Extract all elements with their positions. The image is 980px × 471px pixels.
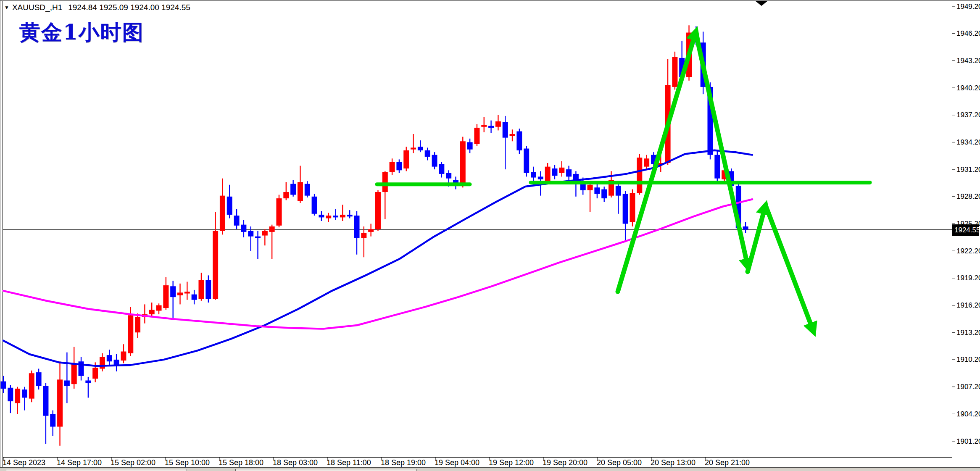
candle-body[interactable] <box>305 184 310 196</box>
candle-body[interactable] <box>29 373 34 398</box>
candle-body[interactable] <box>276 198 282 226</box>
candle-body[interactable] <box>439 164 444 174</box>
candle-body[interactable] <box>290 184 296 195</box>
candle-body[interactable] <box>467 142 473 149</box>
candle-body[interactable] <box>616 186 621 196</box>
symbol-period-label: XAUUSD_,H1 <box>12 3 62 12</box>
candle-body[interactable] <box>347 215 353 216</box>
candle-body[interactable] <box>566 169 572 176</box>
candle-body[interactable] <box>488 126 494 128</box>
candle-body[interactable] <box>714 155 720 179</box>
candle-body[interactable] <box>128 315 133 353</box>
chart-canvas[interactable]: 1949.201946.201943.201940.201937.201934.… <box>0 0 980 471</box>
candle-body[interactable] <box>333 216 338 217</box>
candle-body[interactable] <box>594 187 600 194</box>
candle-body[interactable] <box>396 162 402 170</box>
candle-body[interactable] <box>319 215 324 217</box>
candle-body[interactable] <box>198 280 204 299</box>
candle-body[interactable] <box>538 176 543 179</box>
trend-arrow[interactable] <box>748 211 764 271</box>
trend-arrow[interactable] <box>618 37 694 292</box>
candle-body[interactable] <box>248 231 253 237</box>
candle-body[interactable] <box>8 388 13 401</box>
candle-body[interactable] <box>425 150 430 157</box>
candle-body[interactable] <box>552 168 557 176</box>
candle-body[interactable] <box>149 310 155 314</box>
candle-body[interactable] <box>283 192 289 198</box>
candle-body[interactable] <box>503 122 508 138</box>
candle-body[interactable] <box>85 381 91 383</box>
candle-body[interactable] <box>92 368 98 379</box>
candle-body[interactable] <box>403 150 409 168</box>
candle-body[interactable] <box>192 295 197 300</box>
candle-body[interactable] <box>312 197 317 214</box>
candle-body[interactable] <box>227 197 232 215</box>
candle-body[interactable] <box>368 229 374 232</box>
candle-body[interactable] <box>100 357 105 368</box>
candle-body[interactable] <box>460 141 466 186</box>
candle-body[interactable] <box>559 168 564 173</box>
candle-body[interactable] <box>71 364 77 384</box>
candle-body[interactable] <box>36 372 42 386</box>
window-menu-arrow-icon[interactable]: ▼ <box>4 5 9 11</box>
candle-body[interactable] <box>446 173 451 179</box>
candle-body[interactable] <box>156 305 162 311</box>
candle-body[interactable] <box>382 172 388 192</box>
candle-body[interactable] <box>601 189 607 199</box>
candle-body[interactable] <box>255 237 261 238</box>
candle-body[interactable] <box>474 128 479 144</box>
candle-body[interactable] <box>354 216 360 238</box>
candle-body[interactable] <box>213 231 218 299</box>
candle-body[interactable] <box>163 285 169 308</box>
candle-body[interactable] <box>205 280 211 299</box>
candle-body[interactable] <box>43 386 48 416</box>
candle-body[interactable] <box>516 132 522 150</box>
candle-body[interactable] <box>241 225 246 232</box>
candle-body[interactable] <box>531 172 536 178</box>
candle-body[interactable] <box>510 134 515 136</box>
candle-body[interactable] <box>340 215 345 217</box>
candle-body[interactable] <box>481 125 487 126</box>
candle-body[interactable] <box>135 317 140 333</box>
candle-body[interactable] <box>743 226 748 230</box>
candle-body[interactable] <box>630 193 635 222</box>
candle-body[interactable] <box>390 162 395 172</box>
candle-body[interactable] <box>298 182 303 201</box>
green-annotations-layer[interactable] <box>377 34 870 326</box>
candle-body[interactable] <box>587 185 593 190</box>
candle-body[interactable] <box>361 233 366 238</box>
candle-body[interactable] <box>121 352 126 361</box>
candle-body[interactable] <box>234 216 240 226</box>
candle-body[interactable] <box>326 216 331 218</box>
candle-body[interactable] <box>269 226 275 232</box>
candle-body[interactable] <box>1 382 6 389</box>
time-axis[interactable]: 14 Sep 202314 Sep 17:0015 Sep 02:0015 Se… <box>3 457 750 467</box>
candle-body[interactable] <box>262 231 268 236</box>
candle-body[interactable] <box>15 389 20 403</box>
candle-body[interactable] <box>184 292 190 293</box>
candle-body[interactable] <box>418 147 423 150</box>
candle-body[interactable] <box>432 155 437 167</box>
candle-body[interactable] <box>177 292 183 295</box>
candle-body[interactable] <box>672 57 677 87</box>
candle-body[interactable] <box>524 149 529 173</box>
candle-body[interactable] <box>50 414 55 426</box>
candle-body[interactable] <box>114 360 119 365</box>
time-axis-label: 18 Sep 11:00 <box>327 458 371 467</box>
candle-body[interactable] <box>495 121 501 127</box>
candle-body[interactable] <box>107 355 112 361</box>
candle-body[interactable] <box>411 147 416 149</box>
candle-body[interactable] <box>375 192 381 229</box>
trend-arrow[interactable] <box>766 205 811 326</box>
candle-body[interactable] <box>170 286 176 297</box>
candle-body[interactable] <box>22 389 27 397</box>
candle-body[interactable] <box>644 158 649 166</box>
candle-body[interactable] <box>637 158 642 193</box>
trend-arrow[interactable] <box>696 34 747 262</box>
candle-body[interactable] <box>64 381 70 386</box>
candle-body[interactable] <box>623 194 628 224</box>
candle-body[interactable] <box>57 379 63 426</box>
candle-body[interactable] <box>545 167 551 182</box>
candle-body[interactable] <box>220 196 225 231</box>
price-axis[interactable]: 1949.201946.201943.201940.201937.201934.… <box>952 3 980 445</box>
